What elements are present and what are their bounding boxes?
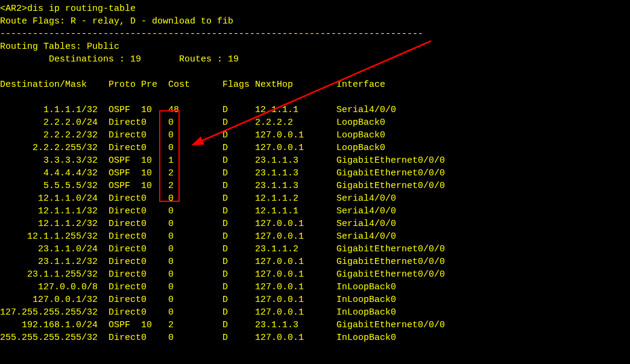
cell-pre: 0: [141, 256, 168, 268]
cell-proto: Direct: [98, 281, 141, 293]
cell-flags: D: [222, 319, 255, 331]
route-row: 12.1.1.2/32Direct00D127.0.0.1Serial4/0/0: [0, 218, 630, 230]
cell-interface: InLoopBack0: [336, 293, 396, 306]
cell-proto: OSPF: [98, 154, 141, 167]
route-row: 12.1.1.0/24Direct00D12.1.1.2Serial4/0/0: [0, 192, 630, 205]
cell-destination: 23.1.1.0/24: [0, 243, 98, 256]
cell-proto: OSPF: [98, 167, 141, 180]
cell-interface: Serial4/0/0: [336, 230, 396, 243]
cell-nexthop: 2.2.2.2: [255, 116, 336, 129]
cell-destination: 2.2.2.255/32: [0, 142, 98, 154]
cell-pre: 0: [141, 306, 168, 319]
cell-interface: InLoopBack0: [336, 281, 396, 293]
cell-destination: 5.5.5.5/32: [0, 180, 98, 192]
header-interface: Interface: [336, 78, 385, 91]
cell-proto: Direct: [98, 268, 141, 281]
cell-proto: Direct: [98, 129, 141, 142]
cell-nexthop: 127.0.0.1: [255, 256, 336, 268]
cell-flags: D: [222, 205, 255, 218]
cell-nexthop: 23.1.1.3: [255, 180, 336, 192]
route-row: 192.168.1.0/24OSPF102D23.1.1.3GigabitEth…: [0, 319, 630, 331]
annotation-box: [159, 110, 180, 202]
route-row: 127.255.255.255/32Direct00D127.0.0.1InLo…: [0, 306, 630, 319]
cell-proto: Direct: [98, 243, 141, 256]
route-row: 127.0.0.0/8Direct00D127.0.0.1InLoopBack0: [0, 281, 630, 293]
cell-destination: 4.4.4.4/32: [0, 167, 98, 180]
cell-pre: 0: [141, 293, 168, 306]
route-row: 12.1.1.1/32Direct00D12.1.1.1Serial4/0/0: [0, 205, 630, 218]
cell-nexthop: 12.1.1.1: [255, 205, 336, 218]
route-row: 2.2.2.2/32Direct00D127.0.0.1LoopBack0: [0, 129, 630, 142]
divider-line: ----------------------------------------…: [0, 28, 630, 40]
cell-proto: Direct: [98, 331, 141, 344]
cell-nexthop: 23.1.1.2: [255, 243, 336, 256]
cell-destination: 127.0.0.0/8: [0, 281, 98, 293]
cell-flags: D: [222, 331, 255, 344]
cell-nexthop: 23.1.1.3: [255, 319, 336, 331]
cell-cost: 0: [168, 293, 222, 306]
route-row: 12.1.1.255/32Direct00D127.0.0.1Serial4/0…: [0, 230, 630, 243]
cell-proto: Direct: [98, 142, 141, 154]
routing-tables-header: Routing Tables: Public: [0, 40, 630, 53]
route-row: 127.0.0.1/32Direct00D127.0.0.1InLoopBack…: [0, 293, 630, 306]
cell-interface: Serial4/0/0: [336, 205, 396, 218]
blank-line: [0, 91, 630, 104]
cell-flags: D: [222, 104, 255, 116]
cell-proto: OSPF: [98, 180, 141, 192]
cell-destination: 255.255.255.255/32: [0, 331, 98, 344]
cell-destination: 2.2.2.0/24: [0, 116, 98, 129]
cell-proto: OSPF: [98, 319, 141, 331]
cell-pre: 0: [141, 331, 168, 344]
header-proto: Proto: [98, 78, 141, 91]
cell-pre: 0: [141, 268, 168, 281]
cell-cost: 0: [168, 331, 222, 344]
routes-table: 1.1.1.1/32OSPF1048D12.1.1.1Serial4/0/02.…: [0, 104, 630, 344]
cell-proto: Direct: [98, 205, 141, 218]
cell-interface: Serial4/0/0: [336, 218, 396, 230]
cell-pre: 0: [141, 218, 168, 230]
cell-pre: 0: [141, 281, 168, 293]
cell-nexthop: 127.0.0.1: [255, 331, 336, 344]
summary-line: Destinations : 19 Routes : 19: [0, 53, 630, 66]
header-flags: Flags: [222, 78, 255, 91]
header-destination: Destination/Mask: [0, 78, 98, 91]
cell-destination: 3.3.3.3/32: [0, 154, 98, 167]
cell-cost: 0: [168, 243, 222, 256]
cell-interface: GigabitEthernet0/0/0: [336, 154, 445, 167]
cell-proto: OSPF: [98, 104, 141, 116]
cell-interface: GigabitEthernet0/0/0: [336, 256, 445, 268]
cell-flags: D: [222, 129, 255, 142]
cell-flags: D: [222, 281, 255, 293]
cell-nexthop: 127.0.0.1: [255, 218, 336, 230]
cell-nexthop: 23.1.1.3: [255, 154, 336, 167]
cell-cost: 0: [168, 205, 222, 218]
cell-pre: 0: [141, 230, 168, 243]
cell-interface: LoopBack0: [336, 142, 385, 154]
route-row: 2.2.2.255/32Direct00D127.0.0.1LoopBack0: [0, 142, 630, 154]
blank-line: [0, 66, 630, 78]
cell-interface: GigabitEthernet0/0/0: [336, 243, 445, 256]
header-pre: Pre: [141, 78, 168, 91]
cell-destination: 12.1.1.255/32: [0, 230, 98, 243]
cell-proto: Direct: [98, 230, 141, 243]
cell-pre: 0: [141, 243, 168, 256]
cell-nexthop: 12.1.1.2: [255, 192, 336, 205]
cell-nexthop: 127.0.0.1: [255, 230, 336, 243]
cell-destination: 23.1.1.255/32: [0, 268, 98, 281]
cell-proto: Direct: [98, 218, 141, 230]
cell-flags: D: [222, 167, 255, 180]
header-nexthop: NextHop: [255, 78, 336, 91]
route-row: 255.255.255.255/32Direct00D127.0.0.1InLo…: [0, 331, 630, 344]
cell-flags: D: [222, 180, 255, 192]
cell-pre: 0: [141, 205, 168, 218]
cell-flags: D: [222, 230, 255, 243]
cell-cost: 2: [168, 319, 222, 331]
cell-destination: 1.1.1.1/32: [0, 104, 98, 116]
cell-nexthop: 127.0.0.1: [255, 268, 336, 281]
cell-proto: Direct: [98, 306, 141, 319]
cell-interface: Serial4/0/0: [336, 192, 396, 205]
cell-nexthop: 127.0.0.1: [255, 293, 336, 306]
route-row: 3.3.3.3/32OSPF101D23.1.1.3GigabitEtherne…: [0, 154, 630, 167]
route-row: 4.4.4.4/32OSPF102D23.1.1.3GigabitEtherne…: [0, 167, 630, 180]
cell-interface: GigabitEthernet0/0/0: [336, 180, 445, 192]
